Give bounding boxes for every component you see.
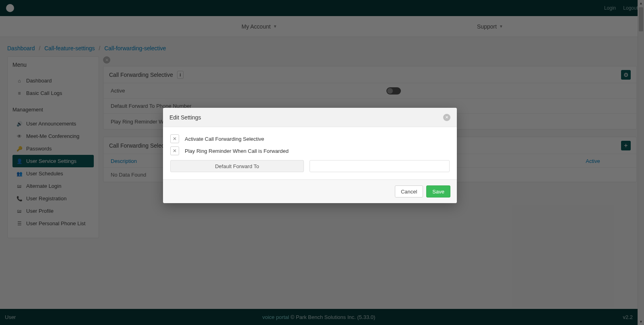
edit-settings-modal: Edit Settings ✕ ✕ Activate Call Forwardi… (163, 108, 457, 203)
activate-label: Activate Call Forwarding Selective (185, 136, 264, 142)
save-button[interactable]: Save (426, 185, 450, 197)
play-ring-label: Play Ring Reminder When Call is Forwarde… (185, 148, 289, 154)
modal-title: Edit Settings (169, 114, 201, 121)
activate-checkbox[interactable]: ✕ (170, 134, 179, 143)
default-forward-input[interactable] (310, 160, 450, 172)
close-icon[interactable]: ✕ (443, 114, 450, 121)
default-forward-label: Default Forward To (170, 160, 304, 172)
play-ring-checkbox[interactable]: ✕ (170, 146, 179, 155)
cancel-button[interactable]: Cancel (395, 185, 423, 197)
